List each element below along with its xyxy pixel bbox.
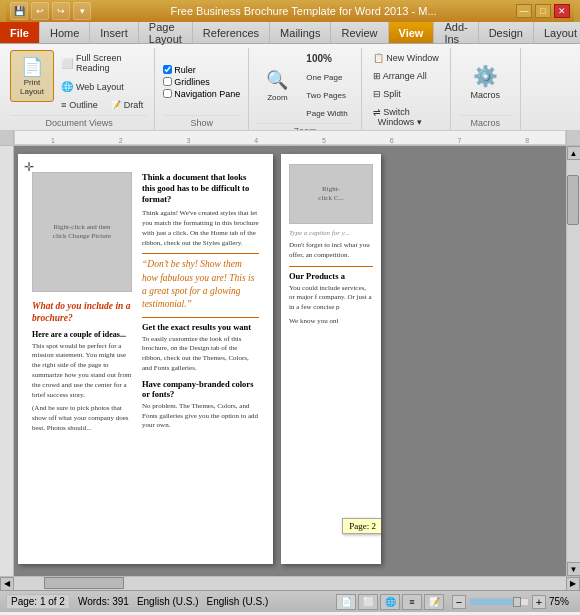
draft-label: Draft bbox=[124, 100, 144, 110]
ruler-check[interactable]: Ruler bbox=[163, 65, 240, 75]
zoom-controls: − + 75% bbox=[452, 595, 574, 609]
tab-references[interactable]: References bbox=[193, 22, 270, 43]
macros-group-label: Macros bbox=[459, 115, 512, 128]
pages-container: ✛ Right-click and then click Change Pict… bbox=[14, 146, 566, 576]
outline-label: Outline bbox=[69, 100, 98, 110]
tab-view[interactable]: View bbox=[389, 22, 435, 43]
section2-title: Get the exact results you want bbox=[142, 322, 259, 332]
outline-btn[interactable]: ≡ Outline bbox=[56, 97, 103, 113]
gridlines-check[interactable]: Gridlines bbox=[163, 77, 240, 87]
page2-para1: Don't forget to incl what you offer, an … bbox=[289, 241, 373, 261]
full-screen-view-btn[interactable]: ⬜ bbox=[358, 594, 378, 610]
page-info: Page: 1 of 2 bbox=[6, 594, 70, 609]
divider-2 bbox=[142, 317, 259, 318]
tab-review[interactable]: Review bbox=[331, 22, 388, 43]
add-marker[interactable]: ✛ bbox=[24, 160, 34, 175]
red-heading: What do you include in a brochure? bbox=[32, 300, 132, 325]
zoom-100-btn[interactable]: 100% bbox=[301, 50, 352, 67]
save-btn[interactable]: 💾 bbox=[10, 2, 28, 20]
tab-page-layout[interactable]: Page Layout bbox=[139, 22, 193, 43]
language-text: English (U.S.) bbox=[207, 596, 269, 607]
view-buttons: 📄 ⬜ 🌐 ≡ 📝 bbox=[336, 594, 444, 610]
ribbon-content: 📄 PrintLayout ⬜ Full ScreenReading 🌐 Web… bbox=[0, 44, 580, 130]
divider-1 bbox=[142, 253, 259, 254]
scroll-right-btn[interactable]: ▶ bbox=[566, 577, 580, 591]
tab-file[interactable]: File bbox=[0, 22, 40, 43]
redo-btn[interactable]: ↪ bbox=[52, 2, 70, 20]
quote-text: “Don’t be shy! Show them how fabulous yo… bbox=[142, 258, 259, 311]
two-pages-btn[interactable]: Two Pages bbox=[301, 88, 352, 103]
minimize-btn[interactable]: — bbox=[516, 4, 532, 18]
customize-btn[interactable]: ▾ bbox=[73, 2, 91, 20]
title-text: Free Business Brochure Template for Word… bbox=[94, 5, 513, 17]
web-layout-btn[interactable]: 🌐 Web Layout bbox=[56, 78, 148, 95]
body-text-2: (And be sure to pick photos that show of… bbox=[32, 404, 132, 433]
full-screen-reading-btn[interactable]: ⬜ Full ScreenReading bbox=[56, 50, 148, 76]
undo-btn[interactable]: ↩ bbox=[31, 2, 49, 20]
tab-layout[interactable]: Layout bbox=[534, 22, 580, 43]
zoom-percent: 75% bbox=[549, 596, 574, 607]
zoom-plus-btn[interactable]: + bbox=[532, 595, 546, 609]
print-layout-btn[interactable]: 📄 PrintLayout bbox=[10, 50, 54, 102]
switch-windows-btn[interactable]: ⇌ Switch Windows ▾ bbox=[368, 104, 444, 130]
body-text-1: This spot would be perfect for a mission… bbox=[32, 342, 132, 401]
macros-label: Macros bbox=[470, 90, 500, 100]
language: English (U.S.) bbox=[137, 596, 199, 607]
draft-view-btn[interactable]: 📝 bbox=[424, 594, 444, 610]
h-scroll-thumb[interactable] bbox=[44, 577, 124, 589]
section3-title: Have company-branded colors or fonts? bbox=[142, 379, 259, 399]
page-tooltip: Page: 2 bbox=[342, 518, 381, 534]
scroll-up-btn[interactable]: ▲ bbox=[567, 146, 581, 160]
maximize-btn[interactable]: □ bbox=[535, 4, 551, 18]
print-layout-view-btn[interactable]: 📄 bbox=[336, 594, 356, 610]
vertical-scrollbar[interactable]: ▲ ▼ bbox=[566, 146, 580, 576]
section2-body: To easily customize the look of this bro… bbox=[142, 335, 259, 374]
page2-caption: Type a caption for y... bbox=[289, 229, 373, 237]
zoom-slider[interactable] bbox=[469, 598, 529, 606]
tab-mailings[interactable]: Mailings bbox=[270, 22, 331, 43]
draft-btn[interactable]: 📝 Draft bbox=[105, 97, 149, 113]
scroll-down-btn[interactable]: ▼ bbox=[567, 562, 581, 576]
title-bar: 💾 ↩ ↪ ▾ Free Business Brochure Template … bbox=[0, 0, 580, 22]
zoom-handle[interactable] bbox=[513, 597, 521, 607]
show-label: Show bbox=[163, 115, 240, 128]
section3-body: No problem. The Themes, Colors, and Font… bbox=[142, 402, 259, 431]
horizontal-scrollbar: ◀ ▶ bbox=[0, 576, 580, 590]
zoom-label: Zoom bbox=[267, 93, 287, 102]
main-heading: Think a document that looks this good ha… bbox=[142, 172, 259, 205]
status-bar: Page: 1 of 2 Words: 391 English (U.S.) E… bbox=[0, 590, 580, 612]
ruler-area: 12345678 bbox=[0, 130, 580, 146]
page2-divider bbox=[289, 266, 373, 267]
web-view-btn[interactable]: 🌐 bbox=[380, 594, 400, 610]
arrange-all-btn[interactable]: ⊞ Arrange All bbox=[368, 68, 444, 84]
zoom-group: 🔍 Zoom 100% One Page Two Pages Page Widt… bbox=[249, 48, 361, 130]
word-count: Words: 391 bbox=[78, 596, 129, 607]
full-screen-icon: ⬜ bbox=[61, 58, 73, 69]
outline-icon: ≡ bbox=[61, 100, 66, 110]
outline-view-btn[interactable]: ≡ bbox=[402, 594, 422, 610]
document-page-1: ✛ Right-click and then click Change Pict… bbox=[18, 154, 273, 564]
tab-design[interactable]: Design bbox=[479, 22, 534, 43]
vertical-ruler bbox=[0, 146, 14, 576]
tab-home[interactable]: Home bbox=[40, 22, 90, 43]
right-column: Think a document that looks this good ha… bbox=[142, 172, 259, 554]
scroll-thumb[interactable] bbox=[567, 175, 579, 225]
window-group: 📋 New Window ⊞ Arrange All ⊟ Split ⇌ Swi… bbox=[362, 48, 451, 130]
one-page-btn[interactable]: One Page bbox=[301, 70, 352, 85]
navigation-check[interactable]: Navigation Pane bbox=[163, 89, 240, 99]
image-placeholder-2: Right- click C... bbox=[289, 164, 373, 224]
scroll-left-btn[interactable]: ◀ bbox=[0, 577, 14, 591]
page-width-btn[interactable]: Page Width bbox=[301, 106, 352, 121]
split-btn[interactable]: ⊟ Split bbox=[368, 86, 444, 102]
zoom-btn[interactable]: 🔍 Zoom bbox=[257, 61, 297, 111]
document-views-group: 📄 PrintLayout ⬜ Full ScreenReading 🌐 Web… bbox=[4, 48, 155, 130]
ribbon-tabs: File Home Insert Page Layout References … bbox=[0, 22, 580, 44]
page2-top-text: Right- click C... bbox=[318, 185, 343, 203]
tab-addins[interactable]: Add-Ins bbox=[434, 22, 478, 43]
macros-btn[interactable]: ⚙️ Macros bbox=[463, 56, 507, 108]
new-window-btn[interactable]: 📋 New Window bbox=[368, 50, 444, 66]
tab-insert[interactable]: Insert bbox=[90, 22, 139, 43]
close-btn[interactable]: ✕ bbox=[554, 4, 570, 18]
h-scroll-track bbox=[14, 577, 566, 590]
zoom-minus-btn[interactable]: − bbox=[452, 595, 466, 609]
